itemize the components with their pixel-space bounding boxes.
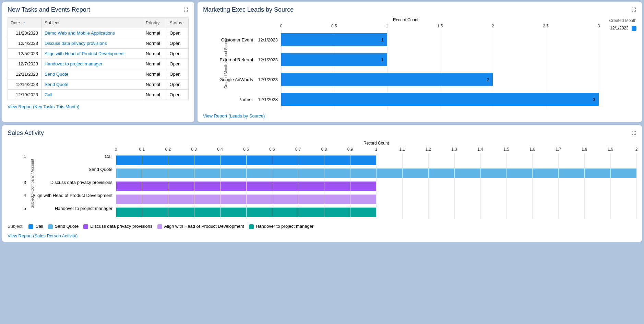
cell-date: 12/19/2023 (8, 90, 42, 100)
cell-subject: Discuss data privacy provisions (42, 38, 143, 49)
legend-header: Created Month (599, 18, 636, 23)
cell-priority: Normal (143, 59, 167, 69)
chart-bar[interactable] (116, 182, 376, 191)
table-row: 12/5/2023Align with Head of Product Deve… (8, 49, 189, 59)
sales-title: Sales Activity (8, 129, 636, 137)
chart-bar[interactable]: 3 (281, 93, 599, 106)
marketing-title: Marketing Exec Leads by Source (203, 6, 636, 13)
sales-y-axis-label: Subject > Company / Account (30, 159, 34, 209)
x-tick: 1.8 (582, 147, 587, 152)
legend-item: Discuss data privacy provisions (83, 224, 152, 229)
col-status[interactable]: Status (167, 18, 188, 28)
chart-bar[interactable] (116, 195, 376, 204)
subject-link[interactable]: Send Quote (45, 82, 68, 87)
expand-icon[interactable] (183, 7, 189, 12)
subject-link[interactable]: Demo Web and Mobile Applications (45, 30, 115, 36)
x-tick: 0.9 (347, 147, 353, 152)
x-tick: 2 (635, 147, 638, 152)
marketing-chart: Record Count 00.511.522.53 Customer Even… (213, 17, 599, 109)
cell-date: 12/7/2023 (8, 59, 42, 69)
cell-status: Open (167, 28, 188, 38)
cell-date: 12/4/2023 (8, 38, 42, 49)
legend-swatch-icon (48, 224, 53, 229)
view-report-link-marketing[interactable]: View Report (Leads by Source) (203, 113, 265, 119)
view-report-link-tasks[interactable]: View Report (Key Tasks This Month) (8, 104, 80, 109)
bar-month-label: 12/1/2023 (257, 57, 278, 62)
chart-bar[interactable]: 1 (281, 53, 387, 66)
cell-date: 12/14/2023 (8, 79, 42, 90)
x-tick: 3 (598, 24, 600, 28)
marketing-leads-card: Marketing Exec Leads by Source Created M… (198, 2, 642, 122)
x-tick: 0 (115, 147, 117, 152)
cell-subject: Send Quote (42, 69, 143, 79)
tasks-table: Date ↑ Subject Priority Status 11/28/202… (8, 17, 189, 100)
subject-link[interactable]: Call (45, 92, 52, 97)
bar-subject-label: Discuss data privacy provisions (32, 180, 116, 185)
x-tick: 0.4 (217, 147, 223, 152)
group-id: 4 (20, 193, 26, 198)
x-tick: 1.1 (399, 147, 405, 152)
bar-month-label: 12/1/2023 (257, 77, 278, 82)
cell-status: Open (167, 79, 188, 90)
chart-bar[interactable] (116, 169, 636, 178)
x-tick: 1.2 (425, 147, 431, 152)
col-subject[interactable]: Subject (42, 18, 143, 28)
x-tick: 0 (280, 24, 283, 28)
x-tick: 0.7 (295, 147, 301, 152)
x-tick: 1 (386, 24, 388, 28)
cell-priority: Normal (143, 28, 167, 38)
subject-link[interactable]: Align with Head of Product Development (45, 51, 124, 56)
chart-bar[interactable] (116, 208, 376, 217)
table-row: 12/19/2023CallNormalOpen (8, 90, 189, 100)
col-date[interactable]: Date ↑ (8, 18, 42, 28)
chart-bar[interactable]: 1 (281, 33, 387, 46)
group-id: 3 (20, 180, 26, 185)
legend-swatch-icon (28, 224, 33, 229)
marketing-legend: Created Month 12/1/2023 (599, 17, 636, 109)
x-tick: 1.9 (608, 147, 613, 152)
x-tick: 0.8 (321, 147, 327, 152)
x-tick: 2 (492, 24, 494, 28)
bar-category-label: External Referral (219, 57, 253, 62)
legend-item: Call (28, 224, 43, 229)
legend-item: Send Quote (48, 224, 79, 229)
cell-subject: Call (42, 90, 143, 100)
table-row: 12/4/2023Discuss data privacy provisions… (8, 38, 189, 49)
expand-icon[interactable] (631, 130, 636, 136)
cell-date: 12/5/2023 (8, 49, 42, 59)
cell-priority: Normal (143, 38, 167, 49)
chart-bar-row: Customer Event12/1/20231 (213, 30, 599, 50)
bar-month-label: 12/1/2023 (257, 97, 278, 102)
sales-x-axis-label: Record Count (116, 141, 636, 146)
cell-priority: Normal (143, 49, 167, 59)
x-tick: 1.6 (529, 147, 535, 152)
bar-subject-label: Call (32, 154, 116, 159)
view-report-link-sales[interactable]: View Report (Sales Person Activity) (8, 233, 77, 238)
table-row: 12/11/2023Send QuoteNormalOpen (8, 69, 189, 79)
subject-link[interactable]: Handover to project manager (45, 61, 102, 66)
cell-subject: Handover to project manager (42, 59, 143, 69)
marketing-x-axis-label: Record Count (213, 17, 599, 22)
x-tick: 1.7 (556, 147, 561, 152)
x-tick: 1.5 (437, 24, 443, 28)
chart-bar[interactable]: 2 (281, 73, 493, 86)
tasks-title: New Tasks and Events Report (8, 6, 189, 13)
cell-priority: Normal (143, 69, 167, 79)
bar-category-label: Partner (238, 97, 253, 102)
x-tick: 1.3 (451, 147, 457, 152)
table-row: 12/7/2023Handover to project managerNorm… (8, 59, 189, 69)
legend-item: Handover to project manager (249, 224, 313, 229)
subject-link[interactable]: Discuss data privacy provisions (45, 41, 107, 46)
subject-link[interactable]: Send Quote (45, 72, 68, 77)
bar-subject-label: Handover to project manager (32, 206, 116, 211)
sales-chart: Subject > Company / Account 1CallSend Qu… (8, 141, 636, 219)
sales-legend: Subject CallSend QuoteDiscuss data priva… (8, 224, 636, 229)
chart-bar-row (116, 167, 636, 180)
chart-bar-row (116, 154, 636, 167)
legend-swatch-icon (83, 224, 88, 229)
col-priority[interactable]: Priority (143, 18, 167, 28)
x-tick: 1 (375, 147, 378, 152)
cell-subject: Align with Head of Product Development (42, 49, 143, 59)
chart-bar[interactable] (116, 155, 376, 165)
expand-icon[interactable] (631, 7, 636, 12)
